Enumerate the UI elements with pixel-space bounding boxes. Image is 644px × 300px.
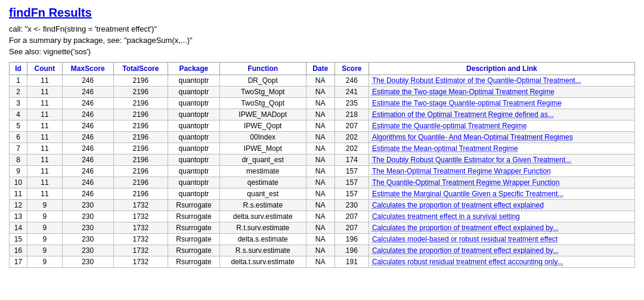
table-cell: NA	[306, 256, 335, 268]
table-cell: 00Index	[219, 132, 306, 143]
table-cell: 9	[27, 234, 63, 245]
table-cell: 202	[335, 132, 369, 143]
table-cell: NA	[306, 211, 335, 222]
description-link[interactable]: Calculates the proportion of treatment e…	[372, 201, 544, 209]
table-cell: delta.surv.estimate	[219, 211, 306, 222]
table-cell: 207	[335, 222, 369, 234]
description-link[interactable]: The Doubly Robust Quantile Estimator for…	[372, 156, 571, 164]
table-cell: 157	[335, 177, 369, 188]
table-cell: 11	[27, 177, 63, 188]
table-cell: 246	[62, 120, 113, 132]
call-line: call: "x <- findFn(string = 'treatment e…	[9, 24, 635, 33]
description-link-cell[interactable]: Estimate the Mean-optimal Treatment Regi…	[369, 143, 634, 154]
description-link[interactable]: Calculates robust residual treatment eff…	[372, 258, 563, 266]
table-cell: NA	[306, 120, 335, 132]
table-cell: 6	[10, 132, 27, 143]
description-link[interactable]: The Quantile-Optimal Treatment Regime Wr…	[372, 178, 560, 187]
description-link[interactable]: The Mean-Optimal Treatment Regime Wrappe…	[372, 167, 551, 175]
table-cell: 11	[27, 98, 63, 109]
table-cell: 230	[335, 200, 369, 211]
table-cell: 202	[335, 143, 369, 154]
table-cell: 246	[62, 75, 113, 86]
column-header-package: Package	[168, 63, 220, 75]
description-link-cell[interactable]: Estimate the Two-stage Mean-Optimal Trea…	[369, 86, 634, 98]
table-cell: 9	[27, 245, 63, 256]
description-link-cell[interactable]: Calculates the proportion of treatment e…	[369, 245, 634, 256]
table-cell: 2196	[113, 143, 168, 154]
table-cell: 1	[10, 75, 27, 86]
column-header-id: Id	[10, 63, 27, 75]
description-link[interactable]: Estimate the Marginal Quantile Given a S…	[372, 190, 564, 198]
description-link[interactable]: Calculates the proportion of treatment e…	[372, 224, 559, 232]
table-cell: Rsurrogate	[168, 222, 220, 234]
table-cell: NA	[306, 154, 335, 166]
description-link-cell[interactable]: The Quantile-Optimal Treatment Regime Wr…	[369, 177, 634, 188]
column-header-score: Score	[335, 63, 369, 75]
table-cell: 2196	[113, 86, 168, 98]
table-cell: quantoptr	[168, 166, 220, 177]
table-cell: 235	[335, 98, 369, 109]
table-cell: 9	[27, 200, 63, 211]
table-row: 6112462196quantoptr00IndexNA202Algorithm…	[10, 132, 635, 143]
table-row: 11112462196quantoptrquant_estNA157Estima…	[10, 188, 635, 200]
column-header-totalscore: TotalScore	[113, 63, 168, 75]
description-link[interactable]: The Doubly Robust Estimator of the Quant…	[372, 76, 581, 85]
column-header-maxscore: MaxScore	[62, 63, 113, 75]
table-row: 5112462196quantoptrIPWE_QoptNA207Estimat…	[10, 120, 635, 132]
table-cell: 17	[10, 256, 27, 268]
table-cell: 9	[27, 256, 63, 268]
table-row: 10112462196quantoptrqestimateNA157The Qu…	[10, 177, 635, 188]
description-link[interactable]: Estimate the Mean-optimal Treatment Regi…	[372, 144, 518, 153]
table-cell: 11	[10, 188, 27, 200]
table-cell: Rsurrogate	[168, 200, 220, 211]
table-cell: 230	[62, 200, 113, 211]
description-link-cell[interactable]: Calculates the proportion of treatment e…	[369, 222, 634, 234]
description-link-cell[interactable]: Estimation of the Optimal Treatment Regi…	[369, 109, 634, 120]
description-link[interactable]: Estimate the Two-stage Mean-Optimal Trea…	[372, 88, 555, 96]
description-link[interactable]: Algorithms for Quantile- And Mean-Optima…	[372, 133, 573, 141]
table-cell: quantoptr	[168, 177, 220, 188]
table-cell: 246	[62, 86, 113, 98]
table-cell: 230	[62, 211, 113, 222]
table-cell: Rsurrogate	[168, 234, 220, 245]
column-header-date: Date	[306, 63, 335, 75]
table-row: 1112462196quantoptrDR_QoptNA246The Doubl…	[10, 75, 635, 86]
description-link-cell[interactable]: Calculates the proportion of treatment e…	[369, 200, 634, 211]
table-cell: 157	[335, 166, 369, 177]
table-cell: delta.t.surv.estimate	[219, 256, 306, 268]
description-link-cell[interactable]: The Doubly Robust Quantile Estimator for…	[369, 154, 634, 166]
description-link[interactable]: Calculates treatment effect in a surviva…	[372, 212, 520, 221]
description-link[interactable]: Estimate the Quantile-optimal Treatment …	[372, 122, 527, 130]
description-link[interactable]: Calculates the proportion of treatment e…	[372, 246, 559, 255]
description-link-cell[interactable]: Estimate the Quantile-optimal Treatment …	[369, 120, 634, 132]
table-row: 1292301732RsurrogateR.s.estimateNA230Cal…	[10, 200, 635, 211]
table-cell: 191	[335, 256, 369, 268]
table-cell: dr_quant_est	[219, 154, 306, 166]
table-body: 1112462196quantoptrDR_QoptNA246The Doubl…	[10, 75, 635, 268]
summary-text: For a summary by package, see: "packageS…	[9, 36, 193, 45]
description-link[interactable]: Calculates model-based or robust residua…	[372, 235, 558, 243]
description-link-cell[interactable]: Calculates robust residual treatment eff…	[369, 256, 634, 268]
description-link-cell[interactable]: Calculates model-based or robust residua…	[369, 234, 634, 245]
table-cell: R.s.estimate	[219, 200, 306, 211]
description-link[interactable]: Estimate the Two-stage Quantile-optimal …	[372, 99, 562, 107]
description-link[interactable]: Estimation of the Optimal Treatment Regi…	[372, 110, 554, 119]
table-cell: 2196	[113, 166, 168, 177]
table-cell: Rsurrogate	[168, 211, 220, 222]
description-link-cell[interactable]: The Doubly Robust Estimator of the Quant…	[369, 75, 634, 86]
table-cell: 230	[62, 234, 113, 245]
table-cell: quantoptr	[168, 120, 220, 132]
description-link-cell[interactable]: Estimate the Marginal Quantile Given a S…	[369, 188, 634, 200]
description-link-cell[interactable]: Calculates treatment effect in a surviva…	[369, 211, 634, 222]
table-cell: 246	[62, 166, 113, 177]
description-link-cell[interactable]: The Mean-Optimal Treatment Regime Wrappe…	[369, 166, 634, 177]
table-cell: 2196	[113, 132, 168, 143]
table-cell: 1732	[113, 245, 168, 256]
table-cell: 1732	[113, 234, 168, 245]
description-link-cell[interactable]: Algorithms for Quantile- And Mean-Optima…	[369, 132, 634, 143]
table-cell: 11	[27, 166, 63, 177]
table-cell: 9	[27, 222, 63, 234]
description-link-cell[interactable]: Estimate the Two-stage Quantile-optimal …	[369, 98, 634, 109]
table-cell: 1732	[113, 200, 168, 211]
table-cell: 230	[62, 245, 113, 256]
